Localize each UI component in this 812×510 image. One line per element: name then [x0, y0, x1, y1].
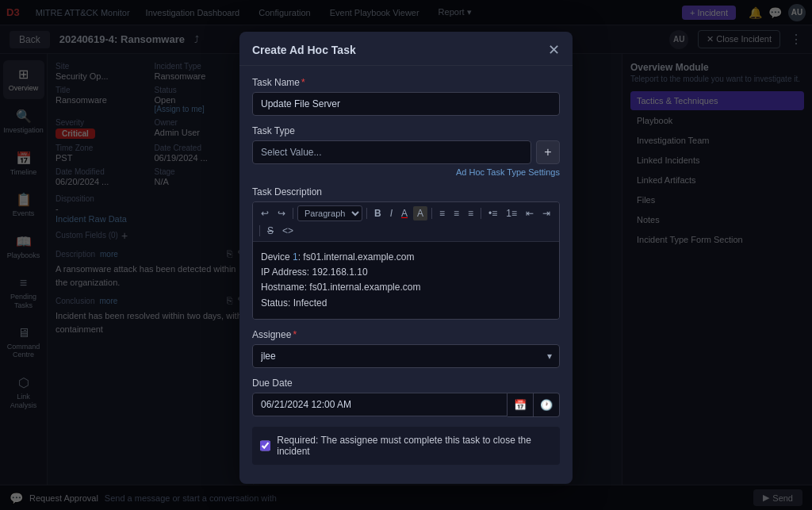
required-checkbox[interactable] — [260, 440, 270, 451]
rte-list-unordered-button[interactable]: •≡ — [485, 206, 500, 220]
rte-bg-color-button[interactable]: A — [413, 206, 427, 220]
rte-align-right-button[interactable]: ≡ — [465, 206, 477, 220]
rte-font-color-button[interactable]: A — [398, 206, 411, 220]
modal-body: Task Name* Task Type Select Value... + A… — [239, 66, 573, 484]
required-checkbox-row: Required: The assignee must complete thi… — [252, 427, 560, 465]
required-checkbox-label: Required: The assignee must complete thi… — [277, 435, 552, 457]
rte-line-4: Status: Infected — [261, 296, 551, 311]
rte-toolbar: ↩ ↪ Paragraph B I A A ≡ ≡ ≡ •≡ — [253, 202, 559, 242]
add-task-type-button[interactable]: + — [536, 140, 560, 164]
rte-line-1: Device 1: fs01.internal.example.com — [261, 250, 551, 265]
assignee-select[interactable]: jlee — [252, 344, 560, 368]
task-name-label: Task Name* — [252, 77, 560, 88]
rte-code-button[interactable]: <> — [279, 224, 297, 238]
rte-italic-button[interactable]: I — [387, 206, 396, 220]
rte-list-ordered-button[interactable]: 1≡ — [503, 206, 520, 220]
rte-indent-decrease-button[interactable]: ⇤ — [523, 206, 537, 220]
modal-overlay: Create Ad Hoc Task ✕ Task Name* Task Typ… — [0, 0, 812, 510]
rte-container: ↩ ↪ Paragraph B I A A ≡ ≡ ≡ •≡ — [252, 201, 560, 320]
rte-highlight-1: 1 — [293, 251, 298, 263]
create-adhoc-task-modal: Create Ad Hoc Task ✕ Task Name* Task Typ… — [239, 32, 573, 484]
task-description-label: Task Description — [252, 186, 560, 197]
rte-align-left-button[interactable]: ≡ — [436, 206, 448, 220]
rte-undo-button[interactable]: ↩ — [258, 206, 272, 220]
modal-title: Create Ad Hoc Task — [252, 44, 356, 56]
due-date-row: 📅 🕐 — [252, 393, 560, 417]
task-type-row: Select Value... + — [252, 140, 560, 164]
task-type-label: Task Type — [252, 125, 560, 136]
assignee-label: Assignee* — [252, 329, 560, 340]
modal-header: Create Ad Hoc Task ✕ — [239, 32, 573, 66]
due-date-input[interactable] — [252, 393, 508, 416]
rte-paragraph-select[interactable]: Paragraph — [297, 205, 362, 221]
modal-close-button[interactable]: ✕ — [548, 43, 560, 57]
rte-body[interactable]: Device 1: fs01.internal.example.com IP A… — [253, 242, 559, 319]
clock-icon-button[interactable]: 🕐 — [534, 393, 560, 417]
rte-indent-increase-button[interactable]: ⇥ — [539, 206, 553, 220]
adhoc-task-type-settings-link[interactable]: Ad Hoc Task Type Settings — [252, 167, 560, 177]
rte-line-3: Hostname: fs01.internal.example.com — [261, 280, 551, 295]
task-name-input[interactable] — [252, 92, 560, 116]
rte-redo-button[interactable]: ↪ — [274, 206, 289, 220]
task-type-select[interactable]: Select Value... — [252, 140, 531, 164]
rte-bold-button[interactable]: B — [371, 206, 385, 220]
due-date-label: Due Date — [252, 378, 560, 389]
assignee-wrapper: jlee — [252, 344, 560, 368]
rte-line-2: IP Address: 192.168.1.10 — [261, 265, 551, 280]
rte-align-center-button[interactable]: ≡ — [450, 206, 462, 220]
calendar-icon-button[interactable]: 📅 — [508, 393, 534, 417]
rte-strikethrough-button[interactable]: S — [264, 224, 277, 238]
